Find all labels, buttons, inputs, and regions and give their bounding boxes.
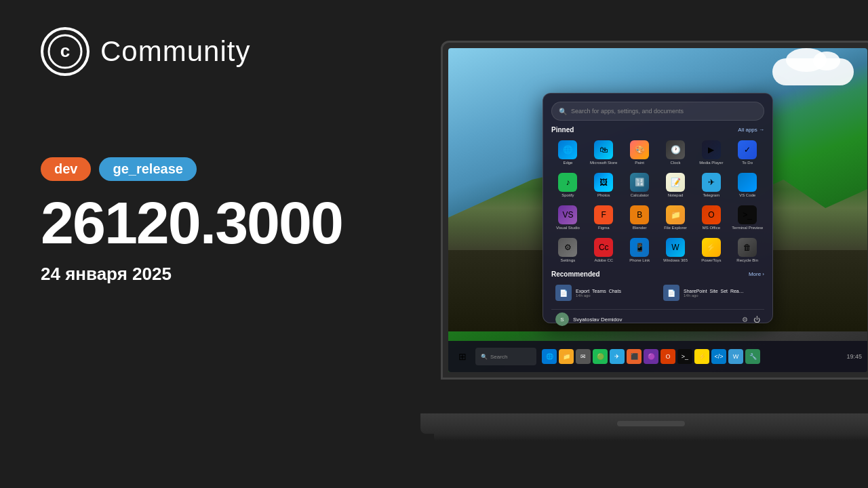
app-item-photos[interactable]: 🖼 Photos (587, 170, 620, 200)
user-bar: S Svyatoslav Demidov ⚙ ⏻ (551, 309, 764, 329)
taskbar-app-icon[interactable]: 🟢 (593, 349, 608, 364)
app-item-media-player[interactable]: ▶ Media Player (694, 138, 728, 167)
app-item-to-do[interactable]: ✓ To Do (730, 138, 764, 167)
app-item-telegram[interactable]: ✈ Telegram (694, 170, 728, 200)
app-label: Spotify (553, 193, 583, 197)
app-label: Blender (625, 226, 655, 230)
app-icon: VS (558, 205, 577, 224)
app-item-calculator[interactable]: 🔢 Calculator (623, 170, 656, 200)
taskbar-clock: 19:45 (846, 353, 862, 360)
left-panel: c Community dev ge_release 26120.3000 24… (0, 0, 441, 488)
app-label: Notepad (660, 193, 691, 197)
app-item-blender[interactable]: B Blender (623, 203, 656, 232)
taskbar-app-icon[interactable]: ✉ (576, 349, 591, 364)
app-item-edge[interactable]: 🌐 Edge (551, 138, 585, 167)
app-label: Media Player (696, 161, 726, 165)
app-label: Settings (553, 258, 583, 262)
rec-text: SharePoint_Site_Set_Read_Only_All 14h ag… (684, 289, 745, 298)
app-icon: 🎨 (630, 140, 649, 159)
app-icon: 🛍 (594, 140, 613, 159)
app-item-ms-office[interactable]: O MS Office (694, 203, 728, 232)
app-item-terminal-preview[interactable]: >_ Terminal Preview (730, 203, 764, 232)
taskbar-search-icon: 🔍 (481, 354, 488, 360)
app-item-spotify[interactable]: ♪ Spotify (551, 170, 585, 200)
app-item-settings[interactable]: ⚙ Settings (551, 235, 585, 265)
taskbar-app-icon[interactable]: O (660, 349, 675, 364)
app-item-clock[interactable]: 🕐 Clock (659, 138, 692, 167)
rec-time: 14h ago (576, 293, 621, 298)
user-avatar: S (555, 312, 569, 326)
app-icon: 🗑 (738, 238, 757, 257)
taskbar-app-icon[interactable]: 📁 (559, 349, 574, 364)
user-actions: ⚙ ⏻ (742, 316, 760, 323)
app-item-notepad[interactable]: 📝 Notepad (659, 170, 692, 200)
app-item-visual-studio[interactable]: VS Visual Studio (551, 203, 585, 232)
app-label: PowerToys (696, 258, 726, 262)
badge-dev: dev (41, 157, 91, 181)
app-item-microsoft-store[interactable]: 🛍 Microsoft Store (587, 138, 620, 167)
app-icon (738, 173, 757, 192)
recommended-item[interactable]: 📄 SharePoint_Site_Set_Read_Only_All 14h … (659, 282, 764, 304)
recommended-label: Recommended (551, 270, 600, 278)
pinned-apps-grid: 🌐 Edge 🛍 Microsoft Store 🎨 Paint 🕐 Clock… (551, 138, 764, 265)
svg-text:c: c (60, 41, 70, 61)
app-label: MS Office (696, 226, 726, 230)
taskbar-app-icon[interactable]: 🔧 (745, 349, 760, 364)
laptop-outer: 🔍 Search for apps, settings, and documen… (420, 41, 868, 434)
laptop-mockup: 🔍 Search for apps, settings, and documen… (420, 41, 868, 461)
version-number: 26120.3000 (41, 193, 400, 253)
app-icon: O (702, 205, 721, 224)
app-icon: 🖼 (594, 173, 613, 192)
taskbar-app-icon[interactable]: 🌐 (542, 349, 557, 364)
rec-file-icon: 📄 (663, 285, 679, 301)
laptop-screen-bezel: 🔍 Search for apps, settings, and documen… (441, 41, 868, 380)
user-info[interactable]: S Svyatoslav Demidov (555, 312, 622, 326)
taskbar-start-button[interactable]: ⊞ (454, 348, 471, 365)
release-date: 24 января 2025 (41, 264, 400, 285)
pinned-header: Pinned All apps → (551, 126, 764, 134)
power-icon[interactable]: ⏻ (753, 316, 760, 323)
rec-file-icon: 📄 (555, 285, 572, 301)
laptop-screen: 🔍 Search for apps, settings, and documen… (448, 48, 867, 372)
app-icon: ⚡ (702, 238, 721, 257)
more-link[interactable]: More › (749, 271, 764, 277)
app-label: Windows 365 (660, 258, 691, 262)
app-item-adobe-cc[interactable]: Cc Adobe CC (587, 235, 620, 265)
rec-filename: Export_Teams_Chats (576, 289, 621, 293)
app-label: Paint (625, 161, 655, 165)
app-label: To Do (732, 161, 763, 165)
app-icon: ✈ (702, 173, 721, 192)
app-icon: W (666, 238, 685, 257)
app-item-recycle-bin[interactable]: 🗑 Recycle Bin (730, 235, 764, 265)
rec-filename: SharePoint_Site_Set_Read_Only_All (684, 289, 745, 293)
recommended-items: 📄 Export_Teams_Chats 14h ago 📄 SharePoin… (551, 282, 764, 304)
brand-name: Community (100, 35, 250, 68)
all-apps-link[interactable]: All apps → (738, 127, 764, 133)
taskbar-app-icon[interactable]: ⬛ (627, 349, 642, 364)
taskbar-app-icon[interactable]: ⚡ (694, 349, 709, 364)
taskbar-search[interactable]: 🔍 Search (475, 348, 536, 365)
windows-desktop: 🔍 Search for apps, settings, and documen… (448, 48, 867, 372)
taskbar-app-icon[interactable]: </> (711, 349, 726, 364)
app-label: Visual Studio (553, 226, 583, 230)
app-item-figma[interactable]: F Figma (587, 203, 620, 232)
app-label: Figma (589, 226, 619, 230)
taskbar-app-icon[interactable]: 🟣 (644, 349, 658, 364)
taskbar-app-icon[interactable]: W (728, 349, 743, 364)
app-item-powertoys[interactable]: ⚡ PowerToys (694, 235, 728, 265)
start-search-bar[interactable]: 🔍 Search for apps, settings, and documen… (551, 102, 764, 121)
app-icon: Cc (594, 238, 613, 257)
app-item-vs-code[interactable]: VS Code (730, 170, 764, 200)
taskbar-app-icon[interactable]: >_ (677, 349, 692, 364)
settings-icon[interactable]: ⚙ (742, 316, 748, 323)
app-item-paint[interactable]: 🎨 Paint (623, 138, 656, 167)
app-label: File Explorer (660, 226, 691, 230)
app-item-file-explorer[interactable]: 📁 File Explorer (659, 203, 692, 232)
app-item-phone-link[interactable]: 📱 Phone Link (623, 235, 656, 265)
app-item-windows-365[interactable]: W Windows 365 (659, 235, 692, 265)
app-icon: 📱 (630, 238, 649, 257)
recommended-item[interactable]: 📄 Export_Teams_Chats 14h ago (551, 282, 656, 304)
app-icon: ▶ (702, 140, 721, 159)
taskbar-app-icon[interactable]: ✈ (610, 349, 625, 364)
app-label: Phone Link (625, 258, 655, 262)
